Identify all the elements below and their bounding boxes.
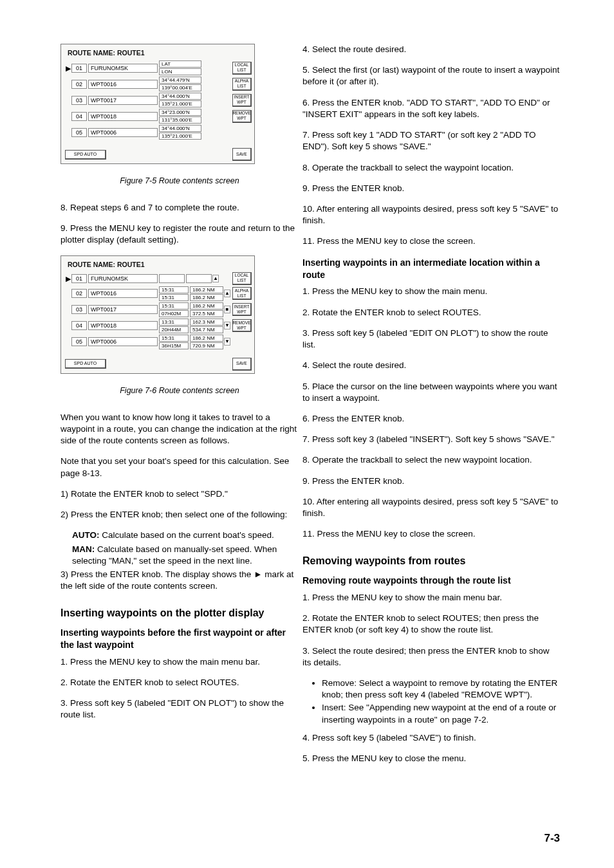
step-text: 6. Press the ENTER knob. — [302, 413, 560, 425]
scroll-up-icon[interactable]: ▲ — [212, 275, 219, 282]
save-button[interactable]: SAVE — [232, 358, 252, 371]
figure-caption: Figure 7-6 Route contents screen — [60, 385, 299, 396]
bullet-item: Insert: See "Appending new waypoint at t… — [322, 702, 560, 725]
value-cell: 720.9 NM — [190, 342, 223, 349]
caret-icon: ▶ — [65, 274, 71, 283]
wp-num: 04 — [71, 321, 87, 330]
scroll-up-icon[interactable]: ▲ — [224, 290, 230, 297]
step-text: 2. Rotate the ENTER knob to select ROUTE… — [302, 307, 560, 319]
value-cell: 20H44M — [159, 326, 189, 333]
step-text: 2)Press the ENTER knob; then select one … — [60, 509, 299, 521]
wp-name: WPT0017 — [88, 305, 158, 314]
alpha-list-button[interactable]: ALPHA LIST — [232, 78, 252, 91]
value-cell: 135°21.000'E — [159, 133, 201, 140]
panel-title: ROUTE NAME: ROUTE1 — [65, 259, 252, 272]
step-text: 4. Select the route desired. — [302, 360, 560, 371]
wp-name: WPT0006 — [88, 128, 158, 137]
bullet-item: Remove: Select a waypoint to remove by r… — [322, 678, 560, 701]
step-text: 5. Select the first (or last) waypoint o… — [302, 64, 560, 88]
scroll-thumb-icon[interactable]: ■ — [224, 306, 230, 313]
wp-name: FURUNOMSK — [88, 274, 158, 283]
step-text: 1. Press the MENU key to show the main m… — [60, 656, 299, 668]
caret-icon: ▶ — [65, 64, 71, 73]
value-cell: 13:31 — [159, 319, 189, 326]
step-text: 5. Press the MENU key to close the menu. — [302, 753, 560, 764]
section-heading: Inserting waypoints on the plotter displ… — [60, 606, 299, 620]
body-text: 9. Press the MENU key to register the ro… — [60, 223, 299, 246]
remove-wpt-button[interactable]: REMOVE WPT — [232, 110, 252, 123]
value-cell: 162.3 NM — [190, 319, 223, 326]
value-cell: 131°35.000'E — [159, 116, 201, 124]
wp-num: 01 — [71, 64, 87, 73]
local-list-button[interactable]: LOCAL LIST — [232, 62, 252, 75]
step-text: 5. Place the cursor on the line between … — [302, 381, 560, 404]
wp-num: 01 — [71, 274, 87, 283]
route-panel-2: ROUTE NAME: ROUTE1 ▶ 01 FURUNOMSK ▲ LOCA… — [60, 255, 255, 374]
body-text: When you want to know how long it takes … — [60, 412, 299, 447]
page-number: 7-3 — [544, 831, 560, 846]
step-text: 9. Press the ENTER knob. — [302, 183, 560, 194]
step-text: 11. Press the MENU key to close the scre… — [302, 528, 560, 540]
scroll-down-icon[interactable]: ▼ — [224, 338, 230, 346]
section-heading: Removing waypoints from routes — [302, 554, 560, 568]
step-text: 3. Select the route desired; then press … — [302, 645, 560, 669]
value-cell: 15:31 — [159, 286, 189, 293]
value-cell: 34°23.000'N — [159, 109, 201, 116]
wp-name: WPT0006 — [88, 337, 158, 346]
wp-name: WPT0018 — [88, 112, 158, 121]
wp-num: 05 — [71, 128, 87, 137]
step-text: 3. Press soft key 5 (labeled "EDIT ON PL… — [60, 697, 299, 721]
insert-wpt-button[interactable]: INSERT WPT — [232, 94, 252, 107]
wp-name: WPT0017 — [88, 96, 158, 105]
value-cell: LON — [159, 68, 201, 75]
remove-wpt-button[interactable]: REMOVE WPT — [232, 319, 252, 332]
value-cell: 15:31 — [159, 335, 189, 342]
step-text: 1. Press the MENU key to show the main m… — [302, 286, 560, 297]
wp-num: 05 — [71, 337, 87, 346]
panel-title: ROUTE NAME: ROUTE1 — [65, 47, 252, 60]
value-cell — [159, 274, 185, 283]
insert-wpt-button[interactable]: INSERT WPT — [232, 303, 252, 316]
step-text: 6. Press the ENTER knob. "ADD TO START",… — [302, 97, 560, 120]
scroll-down-icon[interactable]: ▼ — [224, 322, 230, 329]
wp-num: 04 — [71, 112, 87, 121]
figure-caption: Figure 7-5 Route contents screen — [60, 176, 299, 187]
step-text: 2. Rotate the ENTER knob to select ROUTE… — [60, 677, 299, 688]
local-list-button[interactable]: LOCAL LIST — [232, 272, 252, 285]
step-text: 9. Press the ENTER knob. — [302, 476, 560, 487]
value-cell: 135°21.000'E — [159, 100, 201, 107]
value-cell: 07H02M — [159, 310, 189, 317]
value-cell: 372.5 NM — [190, 310, 223, 317]
route-panel-1: ROUTE NAME: ROUTE1 ▶ 01 FURUNOMSK LAT LO… — [60, 44, 255, 164]
save-button[interactable]: SAVE — [232, 148, 252, 161]
step-text: 7. Press soft key 1 "ADD TO START" (or s… — [302, 129, 560, 152]
step-text: 1)Rotate the ENTER knob to select "SPD." — [60, 488, 299, 500]
value-cell: 15:31 — [159, 302, 189, 309]
wp-name: WPT0016 — [88, 80, 158, 89]
substep-text: MAN: Calculate based on manually-set spe… — [60, 544, 299, 567]
value-cell — [186, 274, 212, 283]
step-text: 10. After entering all waypoints desired… — [302, 203, 560, 226]
subsection-heading: Inserting waypoints before the first way… — [60, 627, 299, 651]
spd-auto-button[interactable]: SPD AUTO — [65, 150, 106, 160]
value-cell: 186.2 NM — [190, 294, 223, 301]
wp-name: WPT0018 — [88, 321, 158, 330]
step-text: 1. Press the MENU key to show the main m… — [302, 592, 560, 604]
value-cell: 15:31 — [159, 294, 189, 301]
body-text: 8. Repeat steps 6 and 7 to complete the … — [60, 202, 299, 214]
wp-num: 02 — [71, 289, 87, 298]
step-text: 3)Press the ENTER knob. The display show… — [60, 569, 299, 592]
body-text: Note that you set your boat's speed for … — [60, 456, 299, 479]
step-text: 7. Press soft key 3 (labeled "INSERT"). … — [302, 434, 560, 445]
value-cell: 534.7 NM — [190, 326, 223, 333]
value-cell: 186.2 NM — [190, 286, 223, 293]
substep-text: AUTO: Calculate based on the current boa… — [60, 530, 299, 541]
step-text: 10. After entering all waypoints desired… — [302, 496, 560, 519]
spd-auto-button[interactable]: SPD AUTO — [65, 359, 106, 369]
step-text: 3. Press soft key 5 (labeled "EDIT ON PL… — [302, 328, 560, 351]
step-text: 11. Press the MENU key to close the scre… — [302, 235, 560, 247]
alpha-list-button[interactable]: ALPHA LIST — [232, 287, 252, 300]
subsection-heading: Inserting waypoints in an intermediate l… — [302, 257, 560, 281]
wp-num: 03 — [71, 305, 87, 314]
step-text: 4. Press soft key 5 (labeled "SAVE") to … — [302, 732, 560, 744]
